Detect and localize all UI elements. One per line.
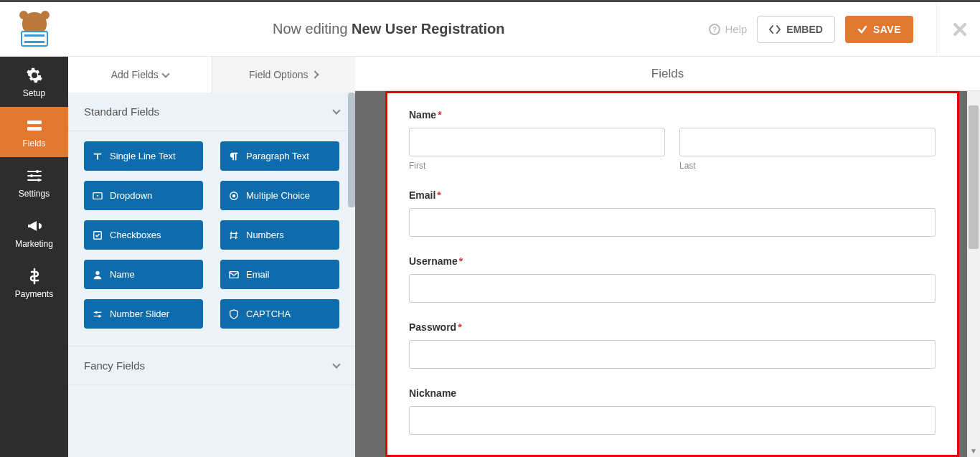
chevron-down-icon (332, 360, 340, 368)
nickname-input[interactable] (409, 406, 936, 435)
form-field-email[interactable]: Email* (409, 189, 936, 237)
sidenav-item-settings[interactable]: Settings (0, 157, 68, 207)
chevron-right-icon (311, 70, 319, 78)
form-field-username[interactable]: Username* (409, 255, 936, 303)
paragraph-icon (229, 151, 239, 161)
svg-point-4 (36, 170, 39, 173)
field-label: Username* (409, 255, 936, 267)
help-link[interactable]: ? Help (709, 23, 747, 35)
field-single-line-text[interactable]: Single Line Text (84, 141, 203, 171)
field-paragraph-text[interactable]: Paragraph Text (220, 141, 339, 171)
sidenav-item-marketing[interactable]: Marketing (0, 207, 68, 258)
form-field-password[interactable]: Password* (409, 321, 936, 369)
slider-icon (93, 309, 103, 319)
fields-icon (26, 117, 43, 134)
email-input[interactable] (409, 208, 936, 237)
field-checkboxes[interactable]: Checkboxes (84, 220, 203, 250)
svg-point-6 (37, 179, 40, 182)
sidenav-item-setup[interactable]: Setup (0, 57, 68, 107)
help-icon: ? (709, 24, 720, 35)
checkbox-icon (93, 230, 103, 240)
envelope-icon (229, 270, 239, 280)
section-fancy-fields[interactable]: Fancy Fields (68, 346, 355, 385)
shield-icon (229, 309, 239, 319)
svg-text:?: ? (712, 26, 717, 34)
chevron-down-icon (161, 70, 169, 77)
section-standard-fields[interactable]: Standard Fields (68, 93, 355, 131)
code-icon (769, 24, 781, 34)
gear-icon (26, 67, 43, 84)
page-title: Now editing New User Registration (68, 21, 709, 37)
hash-icon (229, 230, 239, 240)
field-multiple-choice[interactable]: Multiple Choice (220, 181, 339, 210)
radio-icon (229, 191, 239, 201)
save-button[interactable]: SAVE (845, 16, 913, 43)
sublabel-last: Last (679, 161, 936, 171)
field-label: Password* (409, 321, 936, 333)
field-label: Nickname (409, 387, 936, 399)
chevron-down-icon (332, 106, 340, 114)
svg-point-13 (95, 311, 98, 314)
tab-field-options[interactable]: Field Options (212, 57, 356, 93)
field-label: Name* (409, 109, 936, 121)
svg-rect-2 (27, 121, 42, 124)
main-header: Fields (355, 57, 980, 91)
first-name-input[interactable] (409, 128, 665, 156)
wpforms-logo-icon (15, 12, 54, 47)
main-scrollbar-thumb[interactable] (969, 105, 979, 249)
svg-rect-3 (27, 127, 42, 131)
field-name[interactable]: Name (84, 260, 203, 289)
password-input[interactable] (409, 340, 936, 369)
top-actions: ? Help EMBED SAVE (709, 2, 967, 57)
topbar: Now editing New User Registration ? Help… (0, 2, 980, 57)
sidenav-item-fields[interactable]: Fields (0, 107, 68, 157)
logo[interactable] (0, 2, 68, 56)
svg-point-14 (98, 314, 101, 317)
close-button[interactable] (936, 2, 967, 57)
field-numbers[interactable]: Numbers (220, 220, 339, 250)
form-preview: Name* First Last (385, 91, 959, 457)
panel-tabs: Add Fields Field Options (68, 57, 355, 93)
username-input[interactable] (409, 274, 936, 303)
field-email[interactable]: Email (220, 260, 339, 289)
main-scrollbar-track[interactable]: ▲ ▼ (967, 91, 980, 457)
text-icon (93, 151, 103, 161)
field-dropdown[interactable]: Dropdown (84, 181, 203, 210)
sliders-icon (26, 167, 43, 184)
dollar-icon (26, 268, 43, 285)
sublabel-first: First (409, 161, 665, 171)
sidenav-item-payments[interactable]: Payments (0, 258, 68, 308)
last-name-input[interactable] (679, 128, 936, 156)
sidenav: Setup Fields Settings Marketing Payments (0, 57, 68, 457)
field-number-slider[interactable]: Number Slider (84, 299, 203, 329)
svg-rect-12 (230, 271, 238, 278)
user-icon (93, 270, 103, 280)
standard-fields-grid: Single Line Text Paragraph Text Dropdown… (68, 131, 355, 346)
close-icon (953, 22, 967, 37)
form-preview-wrap: Name* First Last (385, 91, 959, 457)
panel-scrollbar[interactable] (348, 93, 355, 207)
scroll-down-icon[interactable]: ▼ (967, 444, 980, 457)
form-field-nickname[interactable]: Nickname (409, 387, 936, 435)
form-field-name[interactable]: Name* First Last (409, 109, 936, 171)
field-label: Email* (409, 189, 936, 201)
tab-add-fields[interactable]: Add Fields (68, 57, 212, 93)
svg-point-9 (232, 194, 235, 197)
bullhorn-icon (26, 217, 43, 235)
dropdown-icon (93, 191, 103, 201)
fields-panel: Add Fields Field Options Standard Fields… (68, 57, 355, 457)
svg-point-5 (30, 174, 33, 177)
field-captcha[interactable]: CAPTCHA (220, 299, 339, 329)
main-body: Name* First Last (355, 91, 980, 457)
svg-point-11 (95, 270, 99, 274)
panel-body: Standard Fields Single Line Text Paragra… (68, 93, 355, 457)
main-area: Fields Name* First Last (355, 57, 980, 457)
check-icon (857, 24, 867, 34)
embed-button[interactable]: EMBED (757, 16, 835, 43)
